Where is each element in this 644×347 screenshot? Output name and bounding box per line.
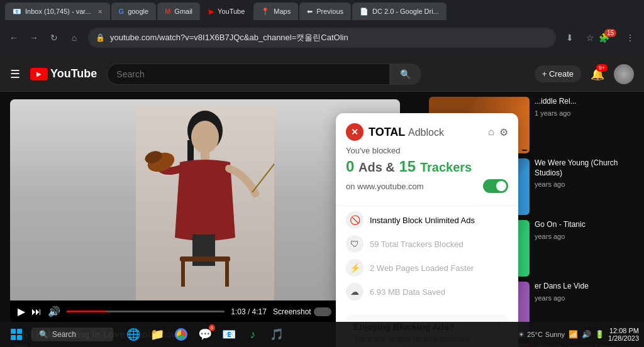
popup-blocked-count: 0 Ads & 15 Trackers — [346, 158, 508, 175]
yt-create-button[interactable]: + Create — [535, 65, 581, 82]
tab-drive[interactable]: 📄 DC 2.0 - Google Dri... — [352, 3, 447, 20]
settings-icon[interactable]: ⚙ — [499, 126, 508, 138]
screenshot-toggle: Screenshot — [273, 307, 331, 316]
popup-header-icons: ⌂ ⚙ — [488, 126, 508, 138]
toggle-knob — [496, 181, 506, 191]
skip-button[interactable]: ⏭ — [31, 306, 42, 317]
yt-search-input[interactable] — [107, 63, 389, 85]
browser-tabs: 📧 Inbox (10,745) - var... ✕ G google M G… — [0, 0, 644, 23]
sidebar-info-0: ...iddle Rel... 1 years ago — [535, 97, 639, 153]
win-pane-3 — [11, 335, 16, 340]
screenshot-toggle-switch[interactable] — [314, 307, 331, 316]
taskbar-apps: 🌐 📁 💬 6 📧 ♪ 🎵 — [122, 323, 288, 346]
taskbar-app-spotify[interactable]: ♪ — [242, 323, 264, 346]
home-button[interactable]: ⌂ — [65, 29, 83, 47]
weather-icon: ☀ — [518, 331, 525, 339]
battery-icon[interactable]: 🔋 — [595, 330, 604, 339]
tab-previous[interactable]: ⬅ Previous — [299, 3, 351, 20]
tab-inbox[interactable]: 📧 Inbox (10,745) - var... ✕ — [5, 3, 110, 20]
svg-rect-11 — [181, 262, 185, 287]
taskbar-search[interactable]: 🔍 Search — [31, 328, 113, 341]
yt-logo-icon: ▶ — [30, 68, 48, 80]
popup-stat-text-3: 2 Web Pages Loaded Faster — [370, 263, 474, 273]
chrome-icon — [175, 328, 187, 341]
bookmark-button[interactable]: ☆ — [581, 29, 599, 47]
yt-menu-button[interactable]: ☰ — [10, 67, 20, 81]
volume-icon[interactable]: 🔊 — [582, 330, 591, 339]
adblock-popup: ✕ TOTAL Adblock ⌂ ⚙ You've blocked 0 Ads… — [336, 113, 518, 347]
popup-site-row: on www.youtube.com ✓ — [346, 179, 508, 193]
tab-favicon: 📧 — [13, 8, 21, 16]
yt-header-actions: + Create 🔔 9+ — [535, 63, 634, 85]
taskbar-system: ☀ 25°C Sunny 📶 🔊 🔋 12:08 PM 1/28/2023 — [518, 327, 639, 342]
popup-stat-text-2: 59 Total Trackers Blocked — [370, 240, 464, 249]
mail-icon: 📧 — [222, 328, 236, 341]
taskbar-app-teams[interactable]: 💬 6 — [194, 323, 216, 346]
wifi-icon[interactable]: 📶 — [569, 330, 578, 339]
taskbar-start-button[interactable] — [5, 323, 28, 346]
win-pane-4 — [17, 335, 22, 340]
yt-main: ▶ ⏭ 🔊 1:03 / 4:17 Screenshot CC ⚙ — [0, 92, 644, 347]
popup-site-text: on www.youtube.com — [346, 182, 424, 191]
popup-logo-x: ✕ — [346, 123, 364, 141]
popup-divider — [336, 206, 518, 206]
weather-condition: Sunny — [545, 331, 565, 338]
file-explorer-icon: 📁 — [150, 328, 164, 341]
browser-actions: ⬇ ☆ 🧩 15 ⋮ — [561, 29, 639, 47]
win-pane-2 — [17, 329, 22, 334]
yt-logo-text: YouTube — [50, 67, 97, 80]
popup-stat-row-1: 🚫 Instantly Block Unlimited Ads — [346, 211, 508, 229]
home-icon[interactable]: ⌂ — [488, 126, 494, 138]
tab-maps[interactable]: 📍 Maps — [253, 3, 298, 20]
popup-toggle[interactable]: ✓ — [483, 179, 508, 193]
sidebar-title-1: We Were Young (Church Studios) — [535, 158, 639, 178]
taskbar-app-edge[interactable]: 🌐 — [122, 323, 145, 346]
lock-icon: 🔒 — [96, 33, 105, 42]
yt-avatar[interactable] — [614, 64, 634, 84]
sidebar-info-1: We Were Young (Church Studios) years ago — [535, 158, 639, 215]
popup-blocked-label: You've blocked — [346, 146, 508, 155]
sidebar-duration-0 — [522, 150, 527, 151]
download-button[interactable]: ⬇ — [561, 29, 579, 47]
yt-search-button[interactable]: 🔍 — [389, 63, 421, 85]
sidebar-meta-3: years ago — [535, 294, 639, 302]
tab-favicon: M — [165, 8, 170, 15]
popup-logo-text: TOTAL Adblock — [369, 126, 444, 139]
yt-logo[interactable]: ▶ YouTube — [30, 67, 97, 80]
tab-google[interactable]: G google — [111, 3, 157, 20]
address-bar[interactable]: 🔒 youtube.com/watch?v=v8I1X6B7JQc&ab_cha… — [88, 28, 556, 48]
browser-chrome: 📧 Inbox (10,745) - var... ✕ G google M G… — [0, 0, 644, 57]
sidebar-meta-2: years ago — [535, 233, 639, 240]
weather-temp: 25°C — [527, 331, 543, 338]
taskbar: 🔍 Search 🌐 📁 💬 6 📧 ♪ 🎵 ☀ 25°C Sunny — [0, 322, 644, 347]
taskbar-sys-icons: 📶 🔊 🔋 — [569, 330, 604, 339]
extensions-button[interactable]: 🧩 15 — [601, 29, 619, 47]
play-button[interactable]: ▶ — [18, 306, 25, 317]
sidebar-meta-0: 1 years ago — [535, 109, 639, 117]
extension-badge: 15 — [604, 29, 616, 37]
tab-youtube[interactable]: ▶ YouTube — [201, 3, 252, 20]
taskbar-app-music[interactable]: 🎵 — [265, 323, 288, 346]
progress-fill — [67, 311, 106, 312]
menu-button[interactable]: ⋮ — [621, 29, 639, 47]
tab-favicon: ▶ — [209, 8, 214, 16]
tab-close-inbox[interactable]: ✕ — [97, 8, 103, 15]
browser-top-bar: ← → ↻ ⌂ 🔒 youtube.com/watch?v=v8I1X6B7JQ… — [0, 23, 644, 50]
progress-bar[interactable] — [67, 311, 225, 312]
popup-stat-row-3: ⚡ 2 Web Pages Loaded Faster — [346, 259, 508, 277]
youtube-container: ☰ ▶ YouTube 🔍 + Create 🔔 9+ — [0, 57, 644, 347]
windows-logo — [11, 329, 22, 340]
taskbar-app-explorer[interactable]: 📁 — [146, 323, 169, 346]
popup-stat-row-2: 🛡 59 Total Trackers Blocked — [346, 235, 508, 253]
taskbar-app-mail[interactable]: 📧 — [218, 323, 240, 346]
tab-gmail[interactable]: M Gmail — [157, 3, 200, 20]
refresh-button[interactable]: ↻ — [45, 29, 63, 47]
taskbar-app-chrome[interactable] — [170, 323, 192, 346]
sidebar-title-0: ...iddle Rel... — [535, 97, 639, 107]
back-button[interactable]: ← — [5, 29, 23, 47]
volume-button[interactable]: 🔊 — [48, 306, 60, 317]
yt-notifications-button[interactable]: 🔔 9+ — [586, 63, 609, 85]
taskbar-search-icon: 🔍 — [39, 330, 48, 339]
forward-button[interactable]: → — [25, 29, 43, 47]
taskbar-weather: ☀ 25°C Sunny — [518, 331, 565, 339]
